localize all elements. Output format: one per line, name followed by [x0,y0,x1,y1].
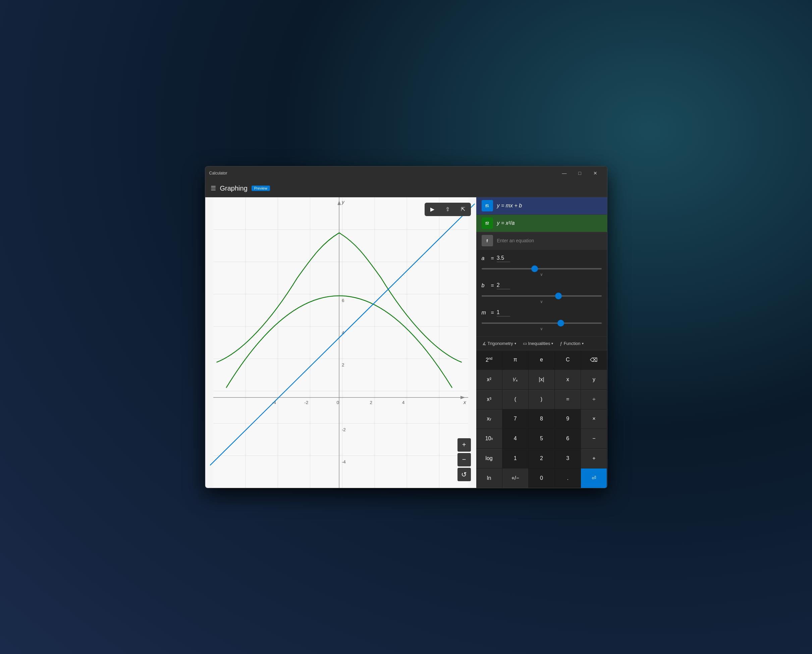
key-1[interactable]: 1 [502,449,528,468]
key-ln[interactable]: ln [476,468,502,488]
var-m-expand[interactable]: ∨ [482,327,602,331]
var-m-slider[interactable] [482,322,602,324]
var-a-name: a [482,255,488,261]
key-log[interactable]: log [476,449,502,468]
var-b-slider[interactable] [482,295,602,296]
var-b-expand[interactable]: ∨ [482,299,602,304]
key-grid: 2nd π e C ⌫ x² ¹⁄ₓ |x| x y x³ ( ) = ÷ [476,350,607,488]
calculator-window: Calculator — □ ✕ ☰ Graphing Preview [205,166,607,488]
variable-m-row: m = 1 ∨ [482,309,602,331]
key-8[interactable]: 8 [528,410,554,429]
key-backspace[interactable]: ⌫ [581,350,607,370]
key-equals[interactable]: = [555,390,581,409]
app-header: ☰ Graphing Preview [205,180,607,197]
function-item-f3[interactable]: f Enter an equation [476,232,607,250]
function-list: f1 y = mx + b f2 y = x²/a f Enter an equ… [476,197,607,250]
main-content: y x -4 -2 0 2 4 2 4 6 -2 -4 [205,197,607,488]
func-icon: ƒ [560,341,562,346]
var-a-equals: = [491,255,494,261]
key-one-over-x[interactable]: ¹⁄ₓ [502,370,528,389]
var-b-equals: = [491,283,494,289]
func-toolbar: ∡ Trigonometry ▾ ▭ Inequalities ▾ ƒ Func… [476,337,607,350]
key-5[interactable]: 5 [528,429,554,448]
close-button[interactable]: ✕ [588,167,603,180]
fullscreen-tool-button[interactable]: ⇱ [455,203,471,216]
key-subtract[interactable]: − [581,429,607,448]
var-b-label-row: b = 2 [482,282,602,289]
svg-text:2: 2 [369,400,372,405]
svg-text:2: 2 [342,362,344,367]
key-x-squared[interactable]: x² [476,370,502,389]
key-decimal[interactable]: . [555,468,581,488]
keypad-section: ∡ Trigonometry ▾ ▭ Inequalities ▾ ƒ Func… [476,337,607,488]
ineq-chevron-icon: ▾ [551,342,553,345]
key-enter[interactable]: ⏎ [581,468,607,488]
f3-input: Enter an equation [497,238,534,243]
window-title: Calculator [209,171,557,176]
var-m-name: m [482,310,488,316]
func-chevron-icon: ▾ [582,342,584,345]
maximize-button[interactable]: □ [572,167,588,180]
key-2[interactable]: 2 [528,449,554,468]
cursor-tool-button[interactable]: ▶ [424,203,440,216]
graph-toolbar: ▶ ⇧ ⇱ [424,203,471,216]
var-a-slider[interactable] [482,268,602,269]
share-tool-button[interactable]: ⇧ [440,203,455,216]
key-y[interactable]: y [581,370,607,389]
svg-rect-0 [213,197,468,488]
ineq-icon: ▭ [523,341,527,346]
var-a-value: 3.5 [497,255,510,262]
hamburger-icon[interactable]: ☰ [211,185,216,192]
var-a-expand[interactable]: ∨ [482,272,602,277]
function-button[interactable]: ƒ Function ▾ [558,339,585,347]
key-x[interactable]: x [555,370,581,389]
svg-text:0: 0 [336,400,339,405]
function-item-f1[interactable]: f1 y = mx + b [476,197,607,215]
minimize-button[interactable]: — [557,167,572,180]
key-pi[interactable]: π [502,350,528,370]
trig-button[interactable]: ∡ Trigonometry ▾ [480,339,518,347]
zoom-out-button[interactable]: − [458,453,471,466]
key-e[interactable]: e [528,350,554,370]
graph-svg: y x -4 -2 0 2 4 2 4 6 -2 -4 [205,197,476,488]
key-open-paren[interactable]: ( [502,390,528,409]
trig-chevron-icon: ▾ [514,342,516,345]
svg-text:-4: -4 [342,459,345,464]
key-2nd[interactable]: 2nd [476,350,502,370]
zoom-controls: + − ↺ [458,438,471,481]
key-abs-x[interactable]: |x| [528,370,554,389]
svg-text:x: x [463,399,466,405]
var-a-slider-container [482,265,602,271]
f3-badge: f [482,235,493,246]
key-9[interactable]: 9 [555,410,581,429]
variables-section: a = 3.5 ∨ b = 2 [476,250,607,337]
key-0[interactable]: 0 [528,468,554,488]
key-add[interactable]: + [581,449,607,468]
variable-b-row: b = 2 ∨ [482,282,602,304]
inequalities-button[interactable]: ▭ Inequalities ▾ [521,339,556,347]
key-multiply[interactable]: × [581,410,607,429]
app-title: Graphing [220,185,247,192]
key-plus-minus[interactable]: +/− [502,468,528,488]
key-10-to-x[interactable]: 10x [476,429,502,448]
key-7[interactable]: 7 [502,410,528,429]
key-4[interactable]: 4 [502,429,528,448]
key-divide[interactable]: ÷ [581,390,607,409]
f1-equation: y = mx + b [497,203,522,209]
function-item-f2[interactable]: f2 y = x²/a [476,215,607,232]
f1-badge: f1 [482,200,493,211]
window-controls: — □ ✕ [557,167,603,180]
svg-text:4: 4 [402,400,404,405]
zoom-in-button[interactable]: + [458,438,471,452]
var-m-slider-container [482,319,602,325]
key-6[interactable]: 6 [555,429,581,448]
var-b-value: 2 [497,282,510,289]
key-x-to-y[interactable]: xy [476,410,502,429]
key-x-cubed[interactable]: x³ [476,390,502,409]
reset-zoom-button[interactable]: ↺ [458,468,471,481]
preview-badge: Preview [252,186,270,191]
key-close-paren[interactable]: ) [528,390,554,409]
key-3[interactable]: 3 [555,449,581,468]
key-clear[interactable]: C [555,350,581,370]
var-m-value: 1 [497,309,510,316]
